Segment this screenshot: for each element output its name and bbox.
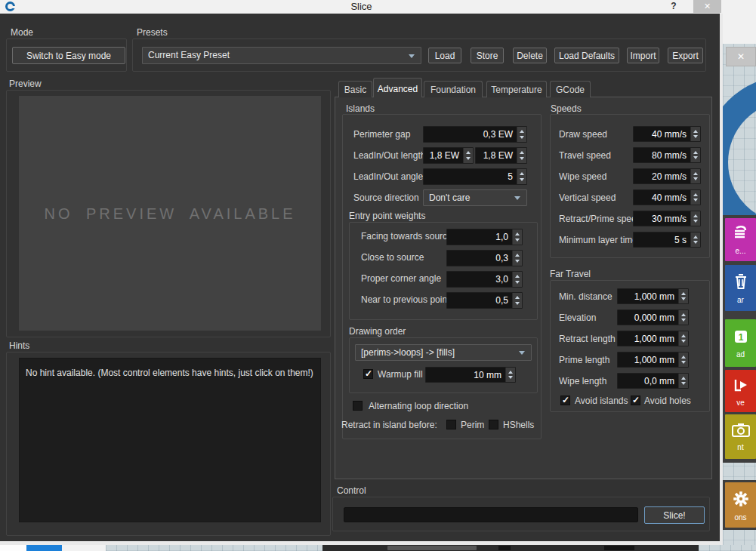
leadin-angle-value: 5 — [424, 169, 517, 184]
options-side-label: ons — [734, 513, 746, 522]
clear-side-button[interactable]: ar — [725, 265, 756, 311]
spinner-arrows-icon[interactable] — [678, 289, 688, 303]
travel-speed-label: Travel speed — [559, 150, 611, 161]
spinner-arrows-icon[interactable] — [512, 272, 522, 287]
spinner-arrows-icon[interactable] — [505, 368, 515, 382]
import-preset-button[interactable]: Import — [627, 48, 659, 63]
background-bottom-slot-1 — [498, 546, 511, 550]
slice-layers-icon — [731, 224, 751, 245]
entry-weight-spinner-2[interactable]: 3,0 — [446, 271, 523, 288]
load-preset-button[interactable]: Load — [428, 48, 461, 63]
background-bottom-button[interactable] — [387, 546, 477, 550]
perimeter-gap-spinner[interactable]: 0,3 EW — [423, 126, 527, 143]
islands-group-label: Islands — [346, 103, 375, 114]
retract-length-label: Retract length — [559, 334, 616, 344]
spinner-arrows-icon[interactable] — [512, 293, 522, 308]
retract-hshells-checkbox[interactable] — [489, 420, 498, 429]
retract-prime-speed-spinner[interactable]: 30 mm/s — [633, 211, 701, 226]
slice-button[interactable]: Slice! — [644, 506, 705, 524]
entry-weight-label-2: Proper corner angle — [361, 273, 441, 284]
tab-foundation[interactable]: Foundation — [424, 81, 483, 97]
spinner-arrows-icon[interactable] — [678, 352, 688, 367]
min-layer-time-spinner[interactable]: 5 s — [633, 232, 701, 248]
close-icon[interactable]: ✕ — [693, 0, 721, 13]
help-button[interactable]: ? — [668, 1, 680, 11]
spinner-arrows-icon[interactable] — [690, 169, 700, 183]
warmup-fill-spinner[interactable]: 10 mm — [425, 367, 516, 383]
background-bottom-grid-left — [106, 545, 322, 551]
hints-group-label: Hints — [9, 340, 29, 351]
wipe-length-spinner[interactable]: 0,0 mm — [617, 373, 689, 389]
prime-length-label: Prime length — [559, 355, 609, 365]
spinner-arrows-icon[interactable] — [690, 211, 700, 226]
spinner-arrows-icon[interactable] — [512, 229, 522, 245]
leadin-angle-spinner[interactable]: 5 — [423, 168, 527, 185]
elevation-spinner[interactable]: 0,000 mm — [617, 309, 689, 325]
entry-weight-spinner-0[interactable]: 1,0 — [446, 229, 523, 245]
entry-weight-spinner-3[interactable]: 0,5 — [446, 292, 523, 309]
delete-preset-button[interactable]: Delete — [513, 48, 547, 63]
alternating-loop-checkbox[interactable] — [353, 401, 363, 411]
background-bottom-light — [62, 545, 106, 551]
preset-select[interactable]: Current Easy Preset — [142, 47, 421, 64]
drawing-order-group-label: Drawing order — [349, 326, 406, 337]
dialog-right-border — [720, 14, 723, 545]
entry-weight-value-1: 0,3 — [447, 251, 512, 266]
background-bottom-grid-right — [699, 545, 756, 551]
spinner-arrows-icon[interactable] — [517, 169, 526, 184]
min-distance-spinner[interactable]: 1,000 mm — [617, 288, 689, 304]
options-side-button[interactable]: ons — [725, 482, 756, 528]
load-file-icon: 1 — [732, 328, 750, 349]
store-preset-button[interactable]: Store — [471, 48, 504, 63]
leadin-length-value-2: 1,8 EW — [476, 148, 517, 163]
tab-temperature[interactable]: Temperature — [486, 81, 547, 97]
draw-speed-spinner[interactable]: 40 mm/s — [633, 126, 701, 142]
spinner-arrows-icon[interactable] — [678, 310, 688, 325]
speeds-group-label: Speeds — [551, 103, 582, 114]
spinner-arrows-icon[interactable] — [690, 190, 700, 205]
spinner-arrows-icon[interactable] — [690, 148, 700, 162]
load-side-button[interactable]: 1 ad — [725, 319, 756, 367]
retract-length-spinner[interactable]: 1,000 mm — [617, 331, 689, 346]
background-close-button[interactable]: ✕ — [726, 47, 756, 66]
leadin-length-value-1: 1,8 EW — [424, 148, 463, 163]
travel-speed-spinner[interactable]: 80 mm/s — [633, 147, 701, 163]
entry-weight-spinner-1[interactable]: 0,3 — [446, 250, 523, 266]
drawing-order-select[interactable]: [perims->loops] -> [fills] — [355, 344, 532, 361]
export-preset-button[interactable]: Export — [668, 48, 703, 63]
avoid-holes-checkbox[interactable] — [631, 396, 640, 405]
leadin-length-spinner-1[interactable]: 1,8 EW — [423, 147, 474, 164]
save-side-button[interactable]: ve — [725, 370, 756, 412]
switch-easy-mode-button[interactable]: Switch to Easy mode — [12, 47, 125, 64]
tab-basic[interactable]: Basic — [338, 81, 372, 97]
avoid-islands-checkbox[interactable] — [560, 396, 570, 405]
spinner-arrows-icon[interactable] — [678, 374, 688, 388]
save-export-icon — [732, 376, 750, 397]
spinner-arrows-icon[interactable] — [512, 251, 522, 266]
slice-side-button[interactable]: e... — [725, 218, 756, 261]
dialog-titlebar[interactable]: Slice ? ✕ — [0, 0, 723, 14]
warmup-fill-checkbox[interactable] — [363, 369, 373, 379]
load-defaults-button[interactable]: Load Defaults — [554, 48, 619, 63]
spinner-arrows-icon[interactable] — [517, 148, 526, 163]
dialog-title: Slice — [0, 1, 723, 12]
leadin-length-spinner-2[interactable]: 1,8 EW — [475, 147, 527, 164]
spinner-arrows-icon[interactable] — [678, 331, 688, 346]
spinner-arrows-icon[interactable] — [690, 232, 700, 247]
tab-gcode[interactable]: GCode — [550, 81, 591, 97]
retract-perim-checkbox[interactable] — [446, 420, 456, 429]
spinner-arrows-icon[interactable] — [463, 148, 473, 163]
vertical-speed-spinner[interactable]: 40 mm/s — [633, 189, 701, 205]
elevation-value: 0,000 mm — [618, 310, 678, 325]
leadin-angle-label: LeadIn/Out angle — [353, 171, 423, 182]
spinner-arrows-icon[interactable] — [517, 127, 526, 142]
background-bottom-white — [0, 545, 26, 551]
spinner-arrows-icon[interactable] — [690, 127, 700, 141]
prime-length-spinner[interactable]: 1,000 mm — [617, 352, 689, 368]
print-side-button[interactable]: nt — [725, 414, 756, 459]
tab-advanced[interactable]: Advanced — [373, 78, 422, 97]
retract-hshells-label: HShells — [503, 420, 534, 430]
source-direction-select[interactable]: Don't care — [423, 189, 527, 206]
print-side-label: nt — [737, 443, 743, 451]
wipe-speed-spinner[interactable]: 20 mm/s — [633, 168, 701, 184]
